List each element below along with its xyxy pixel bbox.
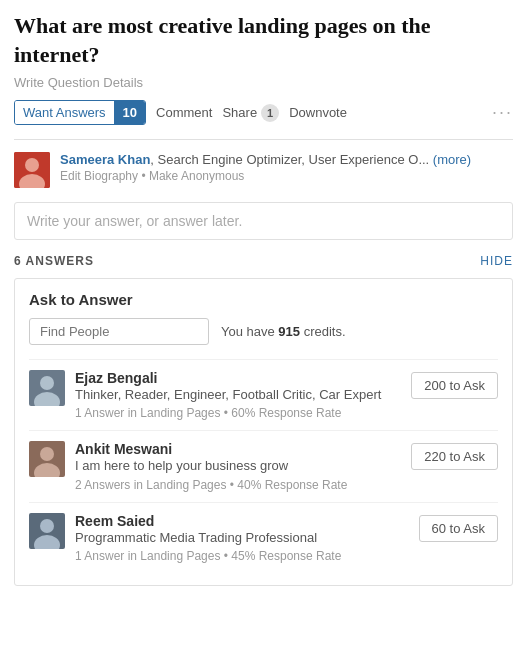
author-edit-links: Edit Biography • Make Anonymous [60,169,513,183]
more-options-button[interactable]: ··· [492,102,513,123]
credits-prefix: You have [221,324,278,339]
person-avatar-2 [29,441,65,477]
share-button[interactable]: Share [222,105,257,120]
person-stats-2: 2 Answers in Landing Pages • 40% Respons… [75,478,401,492]
person-avatar-3 [29,513,65,549]
share-group[interactable]: Share 1 [222,104,279,122]
person-desc-3: Programmatic Media Trading Professional [75,529,409,547]
answers-count: 6 ANSWERS [14,254,94,268]
author-line: Sameera Khan, Search Engine Optimizer, U… [60,152,513,167]
action-bar: Want Answers 10 Comment Share 1 Downvote… [14,100,513,125]
find-people-input[interactable] [29,318,209,345]
ask-button-1[interactable]: 200 to Ask [411,372,498,399]
make-anonymous-link[interactable]: Make Anonymous [149,169,244,183]
want-answers-label: Want Answers [15,101,115,124]
person-name-2[interactable]: Ankit Meswani [75,441,401,457]
page-container: What are most creative landing pages on … [0,0,527,598]
author-name[interactable]: Sameera Khan [60,152,150,167]
hide-button[interactable]: HIDE [480,254,513,268]
person-stats-1: 1 Answer in Landing Pages • 60% Response… [75,406,401,420]
separator: • [141,169,145,183]
author-avatar [14,152,50,188]
question-title: What are most creative landing pages on … [14,12,513,69]
author-answer-box: Sameera Khan, Search Engine Optimizer, U… [14,152,513,188]
want-answers-count: 10 [115,101,145,124]
ask-to-answer-title: Ask to Answer [29,291,498,308]
ask-button-3[interactable]: 60 to Ask [419,515,498,542]
person-desc-1: Thinker, Reader, Engineer, Football Crit… [75,386,401,404]
answer-input[interactable]: Write your answer, or answer later. [14,202,513,240]
author-more-link[interactable]: (more) [433,152,471,167]
edit-biography-link[interactable]: Edit Biography [60,169,138,183]
person-row-3: Reem Saied Programmatic Media Trading Pr… [29,502,498,573]
person-name-1[interactable]: Ejaz Bengali [75,370,401,386]
person-info-1: Ejaz Bengali Thinker, Reader, Engineer, … [75,370,401,420]
credits-text: You have 915 credits. [221,324,346,339]
svg-point-1 [25,158,39,172]
person-avatar-1 [29,370,65,406]
person-info-3: Reem Saied Programmatic Media Trading Pr… [75,513,409,563]
svg-point-7 [40,447,54,461]
comment-button[interactable]: Comment [156,105,212,120]
downvote-button[interactable]: Downvote [289,105,347,120]
write-question-details[interactable]: Write Question Details [14,75,513,90]
want-answers-button[interactable]: Want Answers 10 [14,100,146,125]
svg-point-4 [40,376,54,390]
share-count: 1 [261,104,279,122]
person-row: Ejaz Bengali Thinker, Reader, Engineer, … [29,359,498,430]
author-meta: Sameera Khan, Search Engine Optimizer, U… [60,152,513,183]
credits-amount: 915 [278,324,300,339]
find-people-row: You have 915 credits. [29,318,498,345]
person-desc-2: I am here to help your business grow [75,457,401,475]
svg-point-10 [40,519,54,533]
person-stats-3: 1 Answer in Landing Pages • 45% Response… [75,549,409,563]
ask-to-answer-box: Ask to Answer You have 915 credits. Ejaz… [14,278,513,586]
author-description: , Search Engine Optimizer, User Experien… [150,152,429,167]
answers-header: 6 ANSWERS HIDE [14,254,513,268]
person-row-2: Ankit Meswani I am here to help your bus… [29,430,498,501]
person-info-2: Ankit Meswani I am here to help your bus… [75,441,401,491]
person-name-3[interactable]: Reem Saied [75,513,409,529]
divider-1 [14,139,513,140]
ask-button-2[interactable]: 220 to Ask [411,443,498,470]
credits-suffix: credits. [300,324,346,339]
